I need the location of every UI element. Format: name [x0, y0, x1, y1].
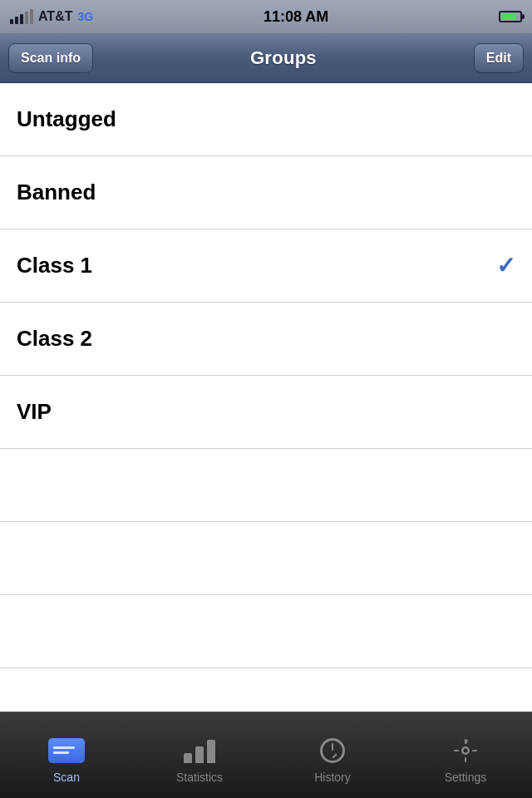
- battery-icon: [499, 11, 522, 22]
- list-item-label: Class 1: [17, 253, 92, 278]
- battery-fill: [501, 13, 516, 20]
- signal-icon: [10, 9, 33, 24]
- list-item-class2[interactable]: Class 2: [0, 303, 532, 376]
- tab-scan-label: Scan: [53, 771, 80, 784]
- status-time: 11:08 AM: [264, 8, 328, 26]
- page-title: Groups: [250, 47, 317, 69]
- scan-icon: [48, 738, 85, 763]
- list-item-banned[interactable]: Banned: [0, 156, 532, 229]
- list-item-label: Banned: [17, 180, 96, 205]
- scan-line-1: [53, 746, 75, 749]
- list-item-untagged[interactable]: Untagged: [0, 83, 532, 156]
- tab-bar: Scan Statistics History: [0, 712, 532, 798]
- stat-bar-3: [207, 740, 215, 763]
- back-button[interactable]: Scan info: [8, 43, 93, 73]
- clock-icon: [320, 738, 345, 763]
- history-tab-icon: [314, 736, 351, 766]
- battery-area: [499, 11, 522, 22]
- scan-line-2: [53, 751, 69, 754]
- settings-tab-icon: [447, 736, 484, 766]
- svg-rect-2: [465, 757, 466, 762]
- svg-point-10: [464, 748, 468, 752]
- list-item-label: Untagged: [17, 106, 116, 132]
- edit-button[interactable]: Edit: [474, 43, 524, 73]
- empty-row-1: [0, 449, 532, 522]
- carrier-name: AT&T: [38, 9, 72, 24]
- tab-statistics[interactable]: Statistics: [133, 712, 266, 798]
- tab-statistics-label: Statistics: [176, 771, 223, 784]
- svg-rect-4: [472, 750, 477, 751]
- tab-history[interactable]: History: [266, 712, 399, 798]
- stats-icon: [184, 738, 215, 763]
- list-item-class1[interactable]: Class 1 ✓: [0, 229, 532, 303]
- empty-row-3: [0, 595, 532, 668]
- tab-settings-label: Settings: [445, 771, 487, 784]
- list-item-label: VIP: [17, 399, 52, 425]
- carrier-info: AT&T 3G: [10, 9, 93, 24]
- main-content: Untagged Banned Class 1 ✓ Class 2 VIP: [0, 83, 532, 712]
- clock-hand-hour: [332, 743, 333, 751]
- stat-bar-2: [195, 746, 204, 763]
- list-item-label: Class 2: [17, 326, 92, 352]
- checkmark-icon: ✓: [496, 252, 515, 279]
- scan-tab-icon: [48, 736, 85, 766]
- svg-rect-1: [465, 739, 466, 744]
- tab-settings[interactable]: Settings: [399, 712, 532, 798]
- groups-list: Untagged Banned Class 1 ✓ Class 2 VIP: [0, 83, 532, 668]
- tab-scan[interactable]: Scan: [0, 712, 133, 798]
- empty-row-2: [0, 522, 532, 595]
- svg-rect-3: [454, 750, 459, 751]
- status-bar: AT&T 3G 11:08 AM: [0, 0, 532, 33]
- tab-history-label: History: [314, 771, 351, 784]
- nav-bar: Scan info Groups Edit: [0, 33, 532, 83]
- network-type: 3G: [77, 10, 93, 23]
- gear-icon: [453, 738, 478, 763]
- statistics-tab-icon: [181, 736, 218, 766]
- list-item-vip[interactable]: VIP: [0, 376, 532, 449]
- clock-hand-minute: [332, 753, 337, 758]
- stat-bar-1: [184, 753, 192, 763]
